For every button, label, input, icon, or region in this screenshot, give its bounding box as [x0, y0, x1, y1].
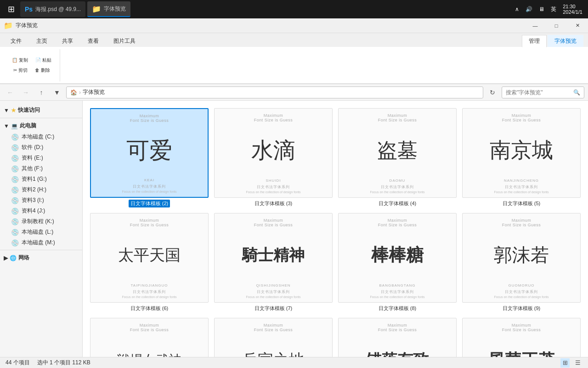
- file-item-5[interactable]: MaximumFont Size is Guess 南京城 NANJINGCHE…: [462, 108, 581, 207]
- taskbar-display[interactable]: 🖥: [537, 6, 546, 12]
- ribbon-btn-delete[interactable]: 🗑 删除: [32, 66, 53, 75]
- file-item-9[interactable]: MaximumFont Size is Guess 郭沫若 GUOMORUO 日…: [462, 213, 581, 312]
- sidebar-item-h[interactable]: 💿 资料2 (H:): [0, 184, 82, 195]
- search-input[interactable]: [506, 89, 571, 96]
- sidebar-item-m[interactable]: 💿 本地磁盘 (M:): [0, 237, 82, 248]
- maximize-button[interactable]: □: [546, 18, 567, 33]
- sidebar-item-i[interactable]: 💿 资料3 (I:): [0, 195, 82, 206]
- taskbar-app-explorer-label: 字体预览: [104, 5, 126, 13]
- file-item-10[interactable]: MaximumFont Size is Guess 戦場女武神 ZHANCHAN…: [90, 318, 209, 357]
- thumb-main-text-12: 错落有致: [366, 334, 429, 357]
- file-name-9: 日文字体模板 (9): [501, 305, 543, 312]
- tab-picture-tools[interactable]: 图片工具: [107, 35, 142, 47]
- thumb-desc-5: Focus on the collection of design fonts: [494, 190, 548, 194]
- ribbon-small-buttons: 📋 复制 📄 粘贴: [9, 56, 54, 64]
- tab-font-preview[interactable]: 字体预览: [548, 35, 583, 47]
- thumb-sub2-5: 日文书法字体系列: [505, 184, 538, 190]
- file-thumb-2: MaximumFont Size is Guess 可爱 KEAI 日文书法字体…: [90, 108, 209, 198]
- tab-file[interactable]: 文件: [4, 35, 28, 47]
- sidebar-section-network[interactable]: ▶ 🌐 网络: [0, 252, 82, 264]
- selected-info: 选中 1 个项目 112 KB: [37, 359, 90, 367]
- drive-k-icon: 💿: [11, 218, 19, 225]
- file-thumb-6: MaximumFont Size is Guess 太平天国 TAIPINGJI…: [90, 213, 209, 303]
- file-item-12[interactable]: MaximumFont Size is Guess 错落有致 CUOLUOOUZ…: [338, 318, 457, 357]
- thumb-header-9: MaximumFont Size is Guess: [502, 218, 541, 227]
- sidebar-item-l-label: 本地磁盘 (L:): [22, 228, 53, 236]
- ribbon-content: 📋 复制 📄 粘贴 ✂ 剪切 🗑 删除: [0, 47, 588, 84]
- sidebar-item-f[interactable]: 💿 其他 (F:): [0, 163, 82, 174]
- file-thumb-12: MaximumFont Size is Guess 错落有致 CUOLUOOUZ…: [338, 318, 457, 357]
- ribbon-group-main: 📋 复制 📄 粘贴 ✂ 剪切 🗑 删除: [4, 49, 60, 81]
- file-item-3[interactable]: MaximumFont Size is Guess 水滴 SHUIDI 日文书法…: [214, 108, 333, 207]
- tab-view[interactable]: 查看: [81, 35, 106, 47]
- sidebar-divider-2: [0, 250, 82, 250]
- file-item-2[interactable]: MaximumFont Size is Guess 可爱 KEAI 日文书法字体…: [90, 108, 209, 207]
- up-button[interactable]: ↑: [35, 86, 48, 99]
- search-icon: 🔍: [573, 89, 580, 96]
- ribbon-btn-copy[interactable]: 📋 复制: [9, 56, 31, 64]
- taskbar-volume[interactable]: 🔊: [524, 6, 534, 12]
- sidebar-item-d[interactable]: 💿 软件 (D:): [0, 142, 82, 153]
- file-item-7[interactable]: MaximumFont Size is Guess 騎士精神 QISHIJING…: [214, 213, 333, 312]
- start-button[interactable]: ⊞: [4, 2, 18, 17]
- drive-h-icon: 💿: [11, 186, 19, 194]
- tab-share[interactable]: 共享: [55, 35, 80, 47]
- network-icon: 🌐: [10, 255, 17, 261]
- sidebar-item-c[interactable]: 💿 本地磁盘 (C:): [0, 132, 82, 142]
- taskbar-app-photoshop[interactable]: Ps 海报.psd @ 49.9...: [20, 1, 85, 17]
- file-thumb-8: MaximumFont Size is Guess 棒棒糖 BANGBANGTA…: [338, 213, 457, 303]
- thumb-header-4: MaximumFont Size is Guess: [378, 113, 417, 122]
- refresh-button[interactable]: ↻: [486, 86, 499, 99]
- thumb-header-12: MaximumFont Size is Guess: [378, 323, 417, 332]
- drive-l-icon: 💿: [11, 229, 19, 236]
- drive-i-icon: 💿: [11, 197, 19, 204]
- quick-access-label: 快速访问: [18, 106, 40, 114]
- forward-button[interactable]: →: [19, 86, 32, 99]
- thumb-desc-3: Focus on the collection of design fonts: [246, 190, 300, 194]
- thumb-header-13: MaximumFont Size is Guess: [502, 323, 541, 332]
- taskbar-chevron[interactable]: ∧: [513, 6, 521, 12]
- ribbon-btn-paste[interactable]: 📄 粘贴: [33, 56, 54, 64]
- view-large-icons[interactable]: ⊞: [560, 358, 570, 368]
- thumb-main-text-2: 可爱: [126, 125, 172, 176]
- taskbar-lang[interactable]: 英: [549, 6, 558, 13]
- thumb-desc-6: Focus on the collection of design fonts: [122, 295, 176, 299]
- thumb-main-text-13: 風華正茂: [488, 334, 554, 357]
- search-box[interactable]: 🔍: [502, 86, 584, 98]
- quick-access-icon: ★: [11, 107, 16, 114]
- ribbon-btn-cut[interactable]: ✂ 剪切: [11, 66, 30, 75]
- thumb-sub2-8: 日文书法字体系列: [381, 289, 414, 294]
- file-item-11[interactable]: MaximumFont Size is Guess 兵家之地 BINGJAZHI…: [214, 318, 333, 357]
- address-path[interactable]: 🏠 › 字体预览: [66, 86, 483, 98]
- taskbar: ⊞ Ps 海报.psd @ 49.9... 📁 字体预览 ∧ 🔊 🖥 英 21:…: [0, 0, 588, 18]
- sidebar-item-e[interactable]: 💿 资料 (E:): [0, 153, 82, 163]
- sidebar-section-quick-access[interactable]: ▼ ★ 快速访问: [0, 104, 82, 116]
- file-thumb-7: MaximumFont Size is Guess 騎士精神 QISHIJING…: [214, 213, 333, 303]
- network-chevron-icon: ▶: [4, 255, 8, 261]
- view-details[interactable]: ☰: [573, 358, 582, 368]
- file-name-4: 日文字体模板 (4): [377, 200, 418, 207]
- file-thumb-11: MaximumFont Size is Guess 兵家之地 BINGJAZHI…: [214, 318, 333, 357]
- sidebar-section-this-pc[interactable]: ▼ 💻 此电脑: [0, 120, 82, 132]
- file-item-6[interactable]: MaximumFont Size is Guess 太平天国 TAIPINGJI…: [90, 213, 209, 312]
- history-button[interactable]: ▼: [51, 86, 63, 99]
- explorer-window: 📁 字体预览 — □ ✕ 文件 主页 共享 查看 图片工具 管理 字体预览 📋 …: [0, 18, 588, 368]
- sidebar-item-g[interactable]: 💿 资料1 (G:): [0, 174, 82, 184]
- sidebar-item-j[interactable]: 💿 资料4 (J:): [0, 206, 82, 216]
- sidebar-item-k[interactable]: 💿 录制教程 (K:): [0, 216, 82, 227]
- sidebar-item-i-label: 资料3 (I:): [22, 196, 44, 204]
- file-item-8[interactable]: MaximumFont Size is Guess 棒棒糖 BANGBANGTA…: [338, 213, 457, 312]
- main-area: ▼ ★ 快速访问 ▼ 💻 此电脑 💿 本地磁盘 (C:) 💿 软件 (D:) 💿…: [0, 101, 588, 357]
- taskbar-app-explorer[interactable]: 📁 字体预览: [87, 1, 130, 17]
- file-item-4[interactable]: MaximumFont Size is Guess 盗墓 DAOMU 日文书法字…: [338, 108, 457, 207]
- drive-j-icon: 💿: [11, 207, 19, 215]
- back-button[interactable]: ←: [4, 86, 17, 99]
- tab-manage[interactable]: 管理: [522, 35, 547, 47]
- tab-home[interactable]: 主页: [29, 35, 54, 47]
- sidebar-item-l[interactable]: 💿 本地磁盘 (L:): [0, 227, 82, 237]
- drive-d-icon: 💿: [11, 144, 19, 151]
- taskbar-right: ∧ 🔊 🖥 英 21:302024/1/1: [513, 4, 584, 15]
- minimize-button[interactable]: —: [525, 18, 546, 33]
- file-item-13[interactable]: MaximumFont Size is Guess 風華正茂 FENGHUAZH…: [462, 318, 581, 357]
- close-button[interactable]: ✕: [567, 18, 588, 33]
